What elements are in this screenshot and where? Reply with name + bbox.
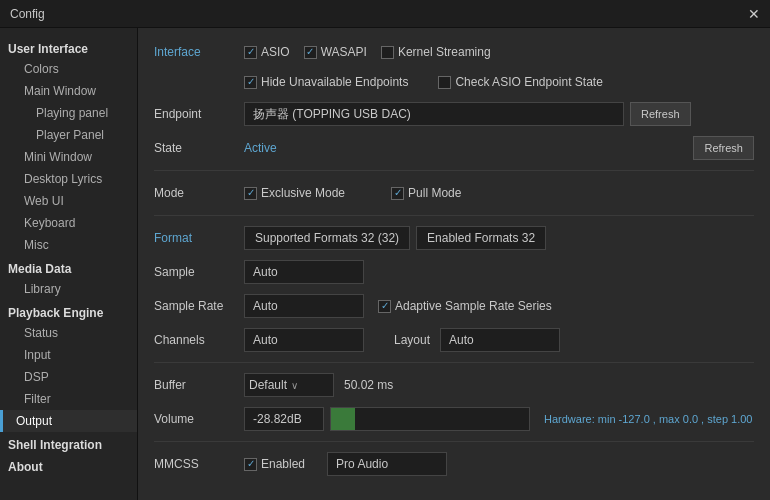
main-layout: User Interface Colors Main Window Playin… (0, 28, 770, 500)
cb-asio-box[interactable] (244, 46, 257, 59)
volume-hw-text: Hardware: min -127.0 , max 0.0 , step 1.… (544, 413, 753, 425)
volume-slider[interactable] (330, 407, 530, 431)
channels-label: Channels (154, 333, 244, 347)
interface-content: ASIO WASAPI Kernel Streaming (244, 45, 754, 59)
cb-pull-label: Pull Mode (408, 186, 461, 200)
cb-enabled-box[interactable] (244, 458, 257, 471)
cb-hide-box[interactable] (244, 76, 257, 89)
cb-exclusive-item[interactable]: Exclusive Mode (244, 186, 345, 200)
mode-label: Mode (154, 186, 244, 200)
sidebar-item-dsp[interactable]: DSP (0, 366, 137, 388)
enabled-formats-button[interactable]: Enabled Formats 32 (416, 226, 546, 250)
cb-enabled-label: Enabled (261, 457, 305, 471)
endpoint-row: Endpoint 扬声器 (TOPPING USB DAC) Refresh (154, 102, 754, 126)
refresh-button-1[interactable]: Refresh (630, 102, 691, 126)
mode-row: Mode Exclusive Mode Pull Mode (154, 181, 754, 205)
sidebar-section-about[interactable]: About (0, 454, 137, 476)
sidebar-item-input[interactable]: Input (0, 344, 137, 366)
sidebar-item-filter[interactable]: Filter (0, 388, 137, 410)
title-bar: Config ✕ (0, 0, 770, 28)
cb-hide-label: Hide Unavailable Endpoints (261, 75, 408, 89)
buffer-content: Default ∨ 50.02 ms (244, 373, 754, 397)
cb-asio-item[interactable]: ASIO (244, 45, 290, 59)
hide-check-row: Hide Unavailable Endpoints Check ASIO En… (154, 70, 754, 94)
sidebar-item-status[interactable]: Status (0, 322, 137, 344)
cb-wasapi-label: WASAPI (321, 45, 367, 59)
sample-rate-label: Sample Rate (154, 299, 244, 313)
cb-adaptive-box[interactable] (378, 300, 391, 313)
sidebar-item-keyboard[interactable]: Keyboard (0, 212, 137, 234)
supported-formats-button[interactable]: Supported Formats 32 (32) (244, 226, 410, 250)
cb-wasapi-item[interactable]: WASAPI (304, 45, 367, 59)
format-row: Format Supported Formats 32 (32) Enabled… (154, 226, 754, 250)
cb-kernel-box[interactable] (381, 46, 394, 59)
cb-pull-box[interactable] (391, 187, 404, 200)
endpoint-field[interactable]: 扬声器 (TOPPING USB DAC) (244, 102, 624, 126)
format-label: Format (154, 231, 244, 245)
endpoint-label: Endpoint (154, 107, 244, 121)
sample-field[interactable]: Auto (244, 260, 364, 284)
cb-hide-item[interactable]: Hide Unavailable Endpoints (244, 75, 408, 89)
sidebar: User Interface Colors Main Window Playin… (0, 28, 138, 500)
separator-4 (154, 441, 754, 442)
cb-enabled-item[interactable]: Enabled (244, 457, 305, 471)
sidebar-item-output[interactable]: Output (0, 410, 137, 432)
sample-label: Sample (154, 265, 244, 279)
cb-exclusive-box[interactable] (244, 187, 257, 200)
buffer-ms: 50.02 ms (344, 378, 393, 392)
buffer-arrow-icon: ∨ (291, 380, 298, 391)
channels-row: Channels Auto Layout Auto (154, 328, 754, 352)
sidebar-section-playback-engine[interactable]: Playback Engine (0, 300, 137, 322)
state-row: State Active Refresh (154, 136, 754, 160)
sidebar-item-desktop-lyrics[interactable]: Desktop Lyrics (0, 168, 137, 190)
mmcss-content: Enabled Pro Audio (244, 452, 754, 476)
window-title: Config (10, 7, 45, 21)
endpoint-content: 扬声器 (TOPPING USB DAC) Refresh (244, 102, 754, 126)
buffer-select[interactable]: Default ∨ (244, 373, 334, 397)
mmcss-label: MMCSS (154, 457, 244, 471)
channels-field[interactable]: Auto (244, 328, 364, 352)
mmcss-value-field[interactable]: Pro Audio (327, 452, 447, 476)
volume-slider-fill (331, 408, 355, 430)
cb-kernel-item[interactable]: Kernel Streaming (381, 45, 491, 59)
cb-adaptive-item[interactable]: Adaptive Sample Rate Series (378, 299, 552, 313)
sample-rate-field[interactable]: Auto (244, 294, 364, 318)
separator-2 (154, 215, 754, 216)
layout-label: Layout (394, 333, 430, 347)
sample-content: Auto (244, 260, 754, 284)
sample-row: Sample Auto (154, 260, 754, 284)
volume-value-field: -28.82dB (244, 407, 324, 431)
separator-1 (154, 170, 754, 171)
refresh-button-2[interactable]: Refresh (693, 136, 754, 160)
cb-asio-label: ASIO (261, 45, 290, 59)
sidebar-section-shell-integration[interactable]: Shell Integration (0, 432, 137, 454)
mode-content: Exclusive Mode Pull Mode (244, 186, 754, 200)
sidebar-item-misc[interactable]: Misc (0, 234, 137, 256)
sidebar-item-playing-panel[interactable]: Playing panel (0, 102, 137, 124)
sidebar-item-colors[interactable]: Colors (0, 58, 137, 80)
sidebar-section-media-data[interactable]: Media Data (0, 256, 137, 278)
format-content: Supported Formats 32 (32) Enabled Format… (244, 226, 754, 250)
sidebar-item-web-ui[interactable]: Web UI (0, 190, 137, 212)
close-button[interactable]: ✕ (748, 6, 760, 22)
cb-check-asio-item[interactable]: Check ASIO Endpoint State (438, 75, 602, 89)
sidebar-item-player-panel[interactable]: Player Panel (0, 124, 137, 146)
interface-label: Interface (154, 45, 244, 59)
cb-exclusive-label: Exclusive Mode (261, 186, 345, 200)
interface-row: Interface ASIO WASAPI Kernel Streaming (154, 40, 754, 64)
sidebar-section-user-interface[interactable]: User Interface (0, 36, 137, 58)
sidebar-item-main-window[interactable]: Main Window (0, 80, 137, 102)
sidebar-item-library[interactable]: Library (0, 278, 137, 300)
cb-check-asio-label: Check ASIO Endpoint State (455, 75, 602, 89)
cb-adaptive-label: Adaptive Sample Rate Series (395, 299, 552, 313)
state-content: Active Refresh (244, 136, 754, 160)
cb-check-asio-box[interactable] (438, 76, 451, 89)
volume-content: -28.82dB Hardware: min -127.0 , max 0.0 … (244, 407, 754, 431)
layout-field[interactable]: Auto (440, 328, 560, 352)
volume-label: Volume (154, 412, 244, 426)
buffer-row: Buffer Default ∨ 50.02 ms (154, 373, 754, 397)
cb-kernel-label: Kernel Streaming (398, 45, 491, 59)
sidebar-item-mini-window[interactable]: Mini Window (0, 146, 137, 168)
cb-pull-item[interactable]: Pull Mode (391, 186, 461, 200)
cb-wasapi-box[interactable] (304, 46, 317, 59)
